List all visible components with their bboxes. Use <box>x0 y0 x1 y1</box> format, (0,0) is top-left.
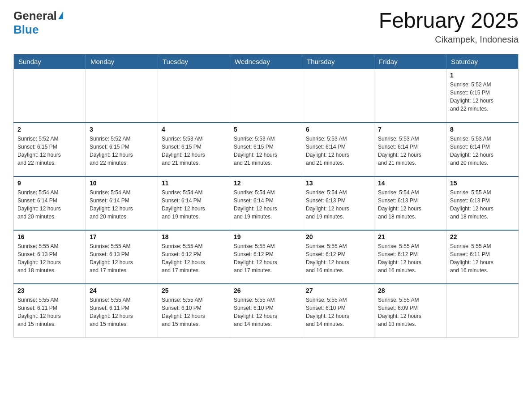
calendar-header-row: Sunday Monday Tuesday Wednesday Thursday… <box>14 54 519 69</box>
day-info: Sunrise: 5:52 AM Sunset: 6:15 PM Dayligh… <box>90 135 154 167</box>
table-row: 6Sunrise: 5:53 AM Sunset: 6:14 PM Daylig… <box>302 123 374 176</box>
month-title: February 2025 <box>379 9 519 33</box>
day-number: 27 <box>306 287 370 294</box>
day-number: 16 <box>17 233 82 240</box>
header-tuesday: Tuesday <box>158 54 230 69</box>
day-info: Sunrise: 5:54 AM Sunset: 6:14 PM Dayligh… <box>17 188 82 221</box>
day-number: 15 <box>450 180 515 187</box>
day-number: 7 <box>378 126 442 133</box>
logo-general: General <box>13 9 57 23</box>
day-info: Sunrise: 5:53 AM Sunset: 6:14 PM Dayligh… <box>450 135 515 167</box>
day-number: 4 <box>162 126 226 133</box>
table-row: 15Sunrise: 5:55 AM Sunset: 6:13 PM Dayli… <box>446 176 519 230</box>
table-row: 18Sunrise: 5:55 AM Sunset: 6:12 PM Dayli… <box>158 230 230 284</box>
day-number: 17 <box>90 233 154 240</box>
location: Cikampek, Indonesia <box>379 34 519 45</box>
table-row <box>158 69 230 123</box>
table-row: 7Sunrise: 5:53 AM Sunset: 6:14 PM Daylig… <box>374 123 446 176</box>
table-row: 9Sunrise: 5:54 AM Sunset: 6:14 PM Daylig… <box>14 176 86 230</box>
day-info: Sunrise: 5:54 AM Sunset: 6:14 PM Dayligh… <box>234 188 298 221</box>
table-row <box>302 69 374 123</box>
calendar-week-row: 16Sunrise: 5:55 AM Sunset: 6:13 PM Dayli… <box>14 230 519 284</box>
calendar-week-row: 9Sunrise: 5:54 AM Sunset: 6:14 PM Daylig… <box>14 176 519 230</box>
table-row: 4Sunrise: 5:53 AM Sunset: 6:15 PM Daylig… <box>158 123 230 176</box>
day-info: Sunrise: 5:55 AM Sunset: 6:12 PM Dayligh… <box>162 242 226 274</box>
day-number: 11 <box>162 180 226 187</box>
day-info: Sunrise: 5:55 AM Sunset: 6:11 PM Dayligh… <box>450 242 515 274</box>
day-info: Sunrise: 5:53 AM Sunset: 6:15 PM Dayligh… <box>162 135 226 167</box>
day-info: Sunrise: 5:52 AM Sunset: 6:15 PM Dayligh… <box>450 81 515 113</box>
day-info: Sunrise: 5:55 AM Sunset: 6:09 PM Dayligh… <box>378 296 442 328</box>
day-number: 14 <box>378 180 442 187</box>
table-row: 13Sunrise: 5:54 AM Sunset: 6:13 PM Dayli… <box>302 176 374 230</box>
logo-blue: Blue <box>13 23 39 36</box>
day-info: Sunrise: 5:55 AM Sunset: 6:13 PM Dayligh… <box>90 242 154 274</box>
day-number: 22 <box>450 233 515 240</box>
logo: General Blue <box>13 9 63 37</box>
day-number: 8 <box>450 126 515 133</box>
day-number: 21 <box>378 233 442 240</box>
table-row: 21Sunrise: 5:55 AM Sunset: 6:12 PM Dayli… <box>374 230 446 284</box>
day-number: 19 <box>234 233 298 240</box>
logo-arrow-icon <box>58 11 63 19</box>
day-number: 18 <box>162 233 226 240</box>
table-row: 11Sunrise: 5:54 AM Sunset: 6:14 PM Dayli… <box>158 176 230 230</box>
day-info: Sunrise: 5:55 AM Sunset: 6:12 PM Dayligh… <box>234 242 298 274</box>
day-info: Sunrise: 5:52 AM Sunset: 6:15 PM Dayligh… <box>17 135 82 167</box>
day-info: Sunrise: 5:54 AM Sunset: 6:13 PM Dayligh… <box>378 188 442 221</box>
calendar-week-row: 2Sunrise: 5:52 AM Sunset: 6:15 PM Daylig… <box>14 123 519 176</box>
header-wednesday: Wednesday <box>230 54 302 69</box>
table-row <box>446 284 519 338</box>
header-sunday: Sunday <box>14 54 86 69</box>
day-number: 25 <box>162 287 226 294</box>
day-number: 9 <box>17 180 82 187</box>
header-saturday: Saturday <box>446 54 519 69</box>
calendar-week-row: 23Sunrise: 5:55 AM Sunset: 6:11 PM Dayli… <box>14 284 519 338</box>
day-number: 2 <box>17 126 82 133</box>
header-monday: Monday <box>86 54 158 69</box>
table-row <box>374 69 446 123</box>
day-number: 26 <box>234 287 298 294</box>
table-row: 8Sunrise: 5:53 AM Sunset: 6:14 PM Daylig… <box>446 123 519 176</box>
header-friday: Friday <box>374 54 446 69</box>
day-info: Sunrise: 5:54 AM Sunset: 6:14 PM Dayligh… <box>90 188 154 221</box>
day-number: 1 <box>450 72 515 79</box>
table-row: 16Sunrise: 5:55 AM Sunset: 6:13 PM Dayli… <box>14 230 86 284</box>
day-number: 10 <box>90 180 154 187</box>
table-row: 19Sunrise: 5:55 AM Sunset: 6:12 PM Dayli… <box>230 230 302 284</box>
day-info: Sunrise: 5:55 AM Sunset: 6:10 PM Dayligh… <box>234 296 298 328</box>
day-number: 5 <box>234 126 298 133</box>
table-row: 25Sunrise: 5:55 AM Sunset: 6:10 PM Dayli… <box>158 284 230 338</box>
day-info: Sunrise: 5:55 AM Sunset: 6:13 PM Dayligh… <box>17 242 82 274</box>
table-row: 2Sunrise: 5:52 AM Sunset: 6:15 PM Daylig… <box>14 123 86 176</box>
table-row: 14Sunrise: 5:54 AM Sunset: 6:13 PM Dayli… <box>374 176 446 230</box>
day-number: 24 <box>90 287 154 294</box>
day-number: 3 <box>90 126 154 133</box>
table-row: 10Sunrise: 5:54 AM Sunset: 6:14 PM Dayli… <box>86 176 158 230</box>
day-number: 6 <box>306 126 370 133</box>
calendar-table: Sunday Monday Tuesday Wednesday Thursday… <box>13 54 519 338</box>
table-row: 28Sunrise: 5:55 AM Sunset: 6:09 PM Dayli… <box>374 284 446 338</box>
table-row: 26Sunrise: 5:55 AM Sunset: 6:10 PM Dayli… <box>230 284 302 338</box>
day-info: Sunrise: 5:53 AM Sunset: 6:14 PM Dayligh… <box>378 135 442 167</box>
table-row: 17Sunrise: 5:55 AM Sunset: 6:13 PM Dayli… <box>86 230 158 284</box>
day-info: Sunrise: 5:55 AM Sunset: 6:11 PM Dayligh… <box>90 296 154 328</box>
header-thursday: Thursday <box>302 54 374 69</box>
table-row: 22Sunrise: 5:55 AM Sunset: 6:11 PM Dayli… <box>446 230 519 284</box>
day-info: Sunrise: 5:53 AM Sunset: 6:15 PM Dayligh… <box>234 135 298 167</box>
day-info: Sunrise: 5:55 AM Sunset: 6:10 PM Dayligh… <box>162 296 226 328</box>
table-row <box>14 69 86 123</box>
table-row: 27Sunrise: 5:55 AM Sunset: 6:10 PM Dayli… <box>302 284 374 338</box>
day-number: 12 <box>234 180 298 187</box>
day-number: 23 <box>17 287 82 294</box>
day-info: Sunrise: 5:55 AM Sunset: 6:13 PM Dayligh… <box>450 188 515 221</box>
day-info: Sunrise: 5:55 AM Sunset: 6:12 PM Dayligh… <box>306 242 370 274</box>
table-row: 12Sunrise: 5:54 AM Sunset: 6:14 PM Dayli… <box>230 176 302 230</box>
day-number: 20 <box>306 233 370 240</box>
title-block: February 2025 Cikampek, Indonesia <box>379 9 519 45</box>
day-info: Sunrise: 5:54 AM Sunset: 6:14 PM Dayligh… <box>162 188 226 221</box>
table-row: 3Sunrise: 5:52 AM Sunset: 6:15 PM Daylig… <box>86 123 158 176</box>
calendar-week-row: 1Sunrise: 5:52 AM Sunset: 6:15 PM Daylig… <box>14 69 519 123</box>
table-row: 24Sunrise: 5:55 AM Sunset: 6:11 PM Dayli… <box>86 284 158 338</box>
day-number: 28 <box>378 287 442 294</box>
